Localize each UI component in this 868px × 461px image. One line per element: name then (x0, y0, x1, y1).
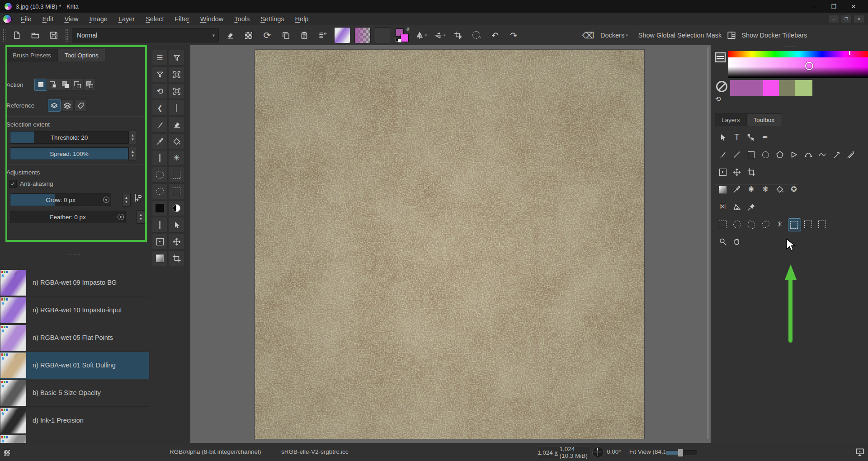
selection-mode-intersect-button[interactable] (47, 79, 59, 91)
grow-reset-icon[interactable] (103, 197, 109, 203)
menu-settings[interactable]: Settings (256, 14, 288, 24)
color-sampler-tool[interactable] (731, 183, 743, 196)
show-docker-titlebars-button[interactable]: Show Docker Titlebars (741, 32, 807, 39)
paste-button[interactable] (297, 28, 311, 43)
menu-edit[interactable]: Edit (38, 14, 58, 24)
menu-filter[interactable]: Filter (170, 14, 193, 24)
fill-tool[interactable] (774, 183, 786, 196)
zoom-tool[interactable] (717, 236, 729, 248)
pointer-tool[interactable] (169, 217, 184, 233)
brush-preset-item[interactable]: n) RGBA-wet 09 Impasto BG (0, 269, 149, 296)
eraser-mode-button[interactable] (223, 28, 237, 43)
brush-preset-item[interactable]: n) RGBA-wet 05 Flat Points (0, 324, 149, 352)
selection-mode-subtract-button[interactable] (71, 79, 84, 91)
line-tool[interactable] (731, 149, 743, 161)
new-document-button[interactable] (9, 28, 24, 43)
wrap-around-button[interactable] (451, 28, 465, 43)
multibrush-tool[interactable] (845, 149, 857, 161)
reference-current-layer-button[interactable] (48, 99, 61, 112)
selection-display-mode-icon[interactable] (4, 449, 10, 456)
swatch-magenta[interactable] (763, 80, 779, 96)
brush-preset-thumb[interactable] (334, 28, 350, 43)
color-selector-settings-button[interactable] (715, 52, 726, 62)
magnetic-selection-tool[interactable] (816, 218, 829, 230)
document-size-button[interactable]: 1,024x1,024 (10.3 MiB) (537, 447, 590, 458)
feather-spinner[interactable]: ▲▼ (137, 210, 145, 224)
swatch-orchid[interactable] (730, 80, 763, 96)
menu-tools[interactable]: Tools (230, 14, 254, 24)
menu-file[interactable]: File (16, 14, 36, 24)
grow-spinner[interactable]: ▲▼ (122, 193, 131, 207)
grow-slider[interactable]: Grow: 0 px (10, 193, 111, 206)
canvas-scrollbar[interactable] (707, 47, 709, 439)
enclose-and-fill-tool[interactable]: ✪ (788, 183, 800, 196)
crop-tool[interactable] (745, 166, 757, 178)
pattern-thumb[interactable] (375, 28, 391, 43)
colorize-mask-tool[interactable]: ❋ (760, 183, 772, 196)
select-by-color-tool[interactable] (169, 167, 184, 183)
brush-preset-item[interactable]: b) Basic-5 Size Opacity (0, 379, 149, 407)
similar-color-selection-tool[interactable]: ✳ (774, 218, 786, 230)
ellipse-selection-tool[interactable] (731, 218, 743, 230)
tab-toolbox[interactable]: Toolbox (747, 113, 782, 126)
blend-mode-dropdown[interactable]: Normal▾ (72, 28, 219, 42)
gradient-tool[interactable] (717, 183, 729, 196)
filter-funnel-2[interactable] (152, 66, 168, 82)
eraser-tool[interactable] (169, 117, 184, 132)
select-shapes-tool[interactable] (717, 131, 729, 143)
gradient-map-button[interactable] (152, 200, 168, 216)
collapse-dockers[interactable]: ❮ (152, 100, 168, 116)
save-button[interactable] (47, 28, 61, 43)
fill-tool[interactable] (169, 133, 184, 149)
filter-funnel[interactable] (169, 50, 184, 66)
smart-patch-tool[interactable]: ✱ (745, 183, 757, 196)
selection-mode-symmetric-difference-button[interactable] (83, 79, 96, 91)
crop-tool[interactable] (169, 250, 184, 266)
zoom-slider[interactable] (665, 450, 697, 455)
move-tool[interactable] (169, 234, 184, 249)
toolbar-menu[interactable]: ☰ (152, 50, 168, 66)
dockers-menu-button[interactable]: Dockers▾ (600, 32, 628, 39)
undo-button[interactable]: ↶ (488, 28, 502, 43)
menu-image[interactable]: Image (85, 14, 112, 24)
edit-shapes-tool[interactable] (745, 131, 757, 143)
saturation-value-box[interactable] (728, 57, 868, 78)
spread-spinner[interactable]: ▲▼ (128, 147, 137, 160)
reset-canvas-rotation[interactable]: ⟲ (152, 83, 168, 99)
docker-resize-handle[interactable]: ...... (0, 251, 149, 256)
reload-preset-button[interactable]: ⟳ (260, 28, 274, 43)
gradient-thumb[interactable] (354, 28, 371, 43)
mdi-min-button[interactable]: – (828, 15, 839, 23)
menu-layer[interactable]: Layer (114, 14, 139, 24)
zoom-to-fit-2[interactable] (169, 83, 184, 99)
bezier-selection-tool[interactable] (802, 218, 814, 230)
tab-tool-options[interactable]: Tool Options (58, 49, 105, 61)
freehand-path-tool[interactable] (816, 149, 829, 161)
menu-window[interactable]: Window (196, 14, 228, 24)
similar-color-selection-tool[interactable]: ✳ (169, 150, 184, 166)
brush-preset-item[interactable]: n) RGBA-wet 01 Soft Dulling (0, 352, 149, 379)
zoom-to-fit[interactable] (169, 66, 184, 82)
separator-handle-2[interactable] (152, 150, 168, 166)
freehand-selection-tool[interactable] (152, 183, 168, 199)
selection-mode-add-button[interactable] (59, 79, 71, 91)
reference-all-layers-button[interactable] (61, 99, 74, 112)
tab-layers[interactable]: Layers (715, 113, 747, 126)
grow-stop-at-edge-button[interactable] (132, 193, 143, 203)
freehand-brush-tool[interactable] (152, 117, 168, 132)
menu-select[interactable]: Select (141, 14, 168, 24)
mirror-vertical-button[interactable]: ▾ (432, 28, 447, 43)
open-document-button[interactable] (28, 28, 42, 43)
screen-resolution-icon[interactable] (854, 447, 865, 457)
toolbar-drag-handle[interactable] (3, 29, 5, 42)
rect-selection-tool[interactable] (717, 218, 729, 230)
fg-bg-colors[interactable]: ⇄ (395, 28, 410, 43)
contrast-button[interactable] (169, 200, 184, 216)
docker-handle[interactable]: ...... (711, 43, 868, 48)
pan-tool[interactable] (731, 236, 743, 248)
polyline-tool[interactable] (788, 149, 800, 161)
brush-editor-button[interactable] (316, 28, 330, 43)
gradient-tool[interactable] (152, 250, 168, 266)
menu-help[interactable]: Help (291, 14, 313, 24)
swatch-green[interactable] (795, 80, 812, 96)
